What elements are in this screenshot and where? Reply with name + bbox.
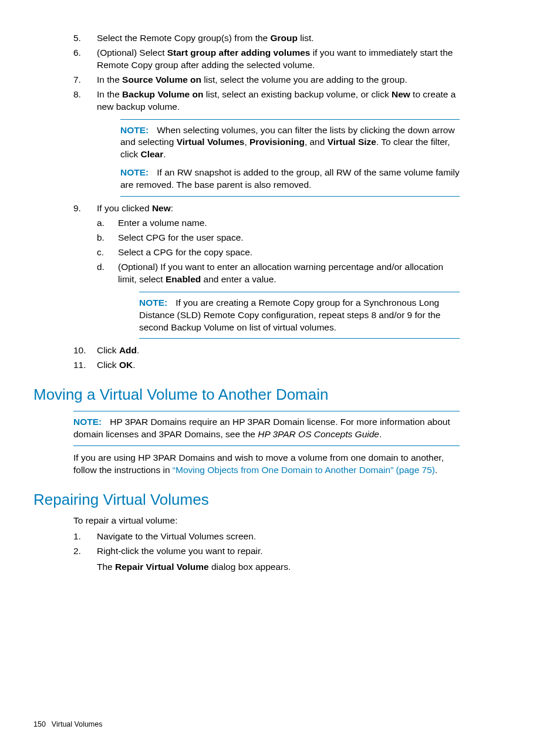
note-label: NOTE: (73, 417, 102, 427)
step-9b: b.Select CPG for the user space. (97, 232, 460, 244)
step-7: 7.In the Source Volume on list, select t… (73, 74, 460, 86)
note-label: NOTE: (120, 167, 149, 177)
note-3: NOTE:If you are creating a Remote Copy g… (139, 297, 460, 334)
note-block: NOTE:HP 3PAR Domains require an HP 3PAR … (73, 411, 460, 446)
step-number: 2. (73, 545, 91, 558)
heading-moving-domain: Moving a Virtual Volume to Another Domai… (33, 384, 460, 405)
substep-letter: b. (97, 232, 113, 244)
substeps-list: a.Enter a volume name. b.Select CPG for … (97, 217, 460, 339)
step-10: 10.Click Add. (73, 345, 460, 357)
step-number: 10. (73, 345, 91, 357)
note-label: NOTE: (139, 298, 167, 308)
step-9: 9.If you clicked New: a.Enter a volume n… (73, 202, 460, 339)
step-number: 6. (73, 47, 91, 59)
repair-step-2-result: The Repair Virtual Volume dialog box app… (97, 561, 460, 573)
step-text: Click Add. (97, 345, 139, 355)
step-9d: d.(Optional) If you want to enter an all… (97, 261, 460, 339)
step-6: 6.(Optional) Select Start group after ad… (73, 47, 460, 72)
repair-step-2: 2.Right-click the volume you want to rep… (73, 545, 460, 573)
substep-letter: c. (97, 247, 113, 259)
step-9a: a.Enter a volume name. (97, 217, 460, 229)
step-number: 8. (73, 89, 91, 101)
repair-step-1: 1.Navigate to the Virtual Volumes screen… (73, 531, 460, 543)
step-text: If you clicked New: (97, 203, 173, 213)
step-5: 5.Select the Remote Copy group(s) from t… (73, 32, 460, 45)
step-number: 7. (73, 74, 91, 86)
paragraph-moving: If you are using HP 3PAR Domains and wis… (73, 452, 460, 477)
step-number: 5. (73, 32, 91, 45)
step-text: Click OK. (97, 360, 135, 370)
step-text: In the Backup Volume on list, select an … (97, 89, 456, 112)
substep-letter: a. (97, 217, 113, 229)
step-11: 11.Click OK. (73, 359, 460, 372)
step-number: 1. (73, 531, 91, 543)
step-text: Select the Remote Copy group(s) from the… (97, 33, 314, 43)
note-2: NOTE:If an RW snapshot is added to the g… (120, 167, 460, 191)
steps-list: 5.Select the Remote Copy group(s) from t… (73, 32, 460, 372)
substep-letter: d. (97, 261, 113, 274)
paragraph-repair-intro: To repair a virtual volume: (73, 515, 460, 527)
step-text: (Optional) If you want to enter an alloc… (118, 262, 443, 284)
step-number: 11. (73, 359, 91, 372)
step-number: 9. (73, 202, 91, 215)
link-moving-objects[interactable]: “Moving Objects from One Domain to Anoth… (173, 465, 435, 475)
step-text: (Optional) Select Start group after addi… (97, 48, 453, 70)
step-9c: c.Select a CPG for the copy space. (97, 247, 460, 259)
step-8: 8.In the Backup Volume on list, select a… (73, 89, 460, 197)
note-label: NOTE: (120, 125, 149, 135)
note-block: NOTE:If you are creating a Remote Copy g… (139, 292, 460, 339)
step-text: In the Source Volume on list, select the… (97, 75, 407, 85)
note-4: NOTE:HP 3PAR Domains require an HP 3PAR … (73, 416, 460, 441)
repair-steps-list: 1.Navigate to the Virtual Volumes screen… (73, 531, 460, 573)
note-1: NOTE:When selecting volumes, you can fil… (120, 124, 460, 161)
heading-repairing: Repairing Virtual Volumes (33, 490, 460, 510)
note-block: NOTE:When selecting volumes, you can fil… (120, 119, 460, 197)
